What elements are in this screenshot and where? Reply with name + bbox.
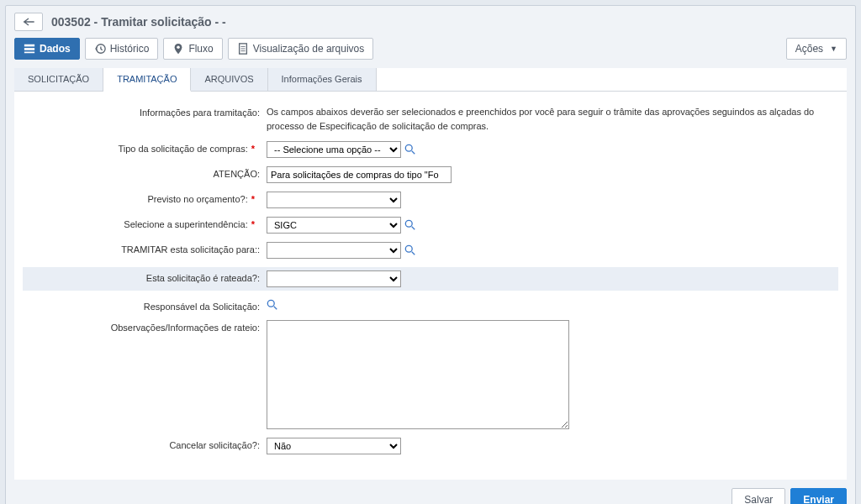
label-tramitar: TRAMITAR esta solicitação para:: xyxy=(31,242,267,255)
subtab-solicitacao[interactable]: SOLICITAÇÃO xyxy=(14,68,103,91)
search-icon xyxy=(267,299,278,311)
lookup-super[interactable] xyxy=(404,219,416,231)
svg-line-10 xyxy=(412,151,415,155)
svg-point-4 xyxy=(177,46,181,50)
row-obs: Observações/Informações de rateio: xyxy=(31,320,830,429)
tab-dados-label: Dados xyxy=(40,43,71,55)
list-icon xyxy=(24,43,35,55)
lookup-tipo[interactable] xyxy=(404,144,416,155)
subtab-info-gerais[interactable]: Informações Gerais xyxy=(268,68,377,91)
label-obs: Observações/Informações de rateio: xyxy=(31,320,267,333)
label-responsavel: Responsável da Solicitação: xyxy=(31,299,267,312)
svg-line-16 xyxy=(274,307,277,310)
page-title: 003502 - Tramitar solicitação - - xyxy=(51,15,226,29)
label-rateada: Esta solicitação é rateada?: xyxy=(31,270,267,283)
subtab-arquivos[interactable]: ARQUIVOS xyxy=(191,68,267,91)
select-tramitar[interactable] xyxy=(267,242,401,259)
lookup-responsavel[interactable] xyxy=(267,299,278,311)
tab-dados[interactable]: Dados xyxy=(14,38,80,60)
svg-point-9 xyxy=(405,144,412,151)
svg-rect-2 xyxy=(24,52,34,54)
back-button[interactable] xyxy=(14,13,43,31)
chevron-down-icon: ▼ xyxy=(830,45,837,53)
actions-bar: Salvar Enviar xyxy=(6,488,855,504)
acoes-label: Ações xyxy=(795,43,823,55)
form-area: Informações para tramitação: Os campos a… xyxy=(14,92,847,480)
svg-rect-0 xyxy=(24,45,34,47)
row-rateada: Esta solicitação é rateada?: xyxy=(23,267,838,291)
history-icon xyxy=(94,43,106,55)
lookup-tramitar[interactable] xyxy=(404,244,416,256)
search-icon xyxy=(404,219,416,231)
row-tipo: Tipo da solicitação de compras:* -- Sele… xyxy=(31,141,830,158)
svg-point-11 xyxy=(405,220,412,227)
svg-rect-1 xyxy=(24,48,34,50)
row-cancelar: Cancelar solicitação?: Não xyxy=(31,438,830,454)
main-window: 003502 - Tramitar solicitação - - Dados … xyxy=(5,5,856,504)
required-marker: * xyxy=(251,144,255,154)
search-icon xyxy=(404,144,416,155)
select-rateada[interactable] xyxy=(267,270,401,287)
label-tipo: Tipo da solicitação de compras: xyxy=(118,144,247,154)
acoes-dropdown[interactable]: Ações ▼ xyxy=(786,38,847,60)
textarea-obs[interactable] xyxy=(267,320,569,429)
label-super: Selecione a superintendência: xyxy=(124,219,247,229)
svg-point-15 xyxy=(267,300,274,307)
toolbar: Dados Histórico Fluxo Visualização de ar… xyxy=(6,38,855,68)
send-button[interactable]: Enviar xyxy=(790,488,847,504)
input-atencao[interactable] xyxy=(267,166,452,183)
content-panel: SOLICITAÇÃO TRAMITAÇÃO ARQUIVOS Informaç… xyxy=(14,68,847,480)
svg-line-12 xyxy=(412,227,415,230)
save-button[interactable]: Salvar xyxy=(732,488,785,504)
tab-historico[interactable]: Histórico xyxy=(85,38,159,60)
search-icon xyxy=(404,244,416,256)
label-cancelar: Cancelar solicitação?: xyxy=(31,438,267,450)
row-info: Informações para tramitação: Os campos a… xyxy=(31,105,830,133)
row-responsavel: Responsável da Solicitação: xyxy=(31,299,830,312)
row-previsto: Previsto no orçamento?:* xyxy=(31,192,830,208)
select-tipo[interactable]: -- Selecione uma opção -- xyxy=(267,141,401,158)
select-super[interactable]: SIGC xyxy=(267,217,401,234)
required-marker: * xyxy=(251,219,255,229)
sub-tabs: SOLICITAÇÃO TRAMITAÇÃO ARQUIVOS Informaç… xyxy=(14,68,847,92)
tab-visualizacao[interactable]: Visualização de arquivos xyxy=(228,38,374,60)
tab-historico-label: Histórico xyxy=(110,43,150,55)
select-previsto[interactable] xyxy=(267,192,401,208)
pin-icon xyxy=(172,43,184,55)
row-atencao: ATENÇÃO: xyxy=(31,166,830,183)
row-tramitar: TRAMITAR esta solicitação para:: xyxy=(31,242,830,259)
info-text: Os campos abaixos deverão ser selecionad… xyxy=(267,105,830,133)
tab-fluxo[interactable]: Fluxo xyxy=(163,38,222,60)
subtab-tramitacao[interactable]: TRAMITAÇÃO xyxy=(103,68,191,92)
titlebar: 003502 - Tramitar solicitação - - xyxy=(6,6,855,38)
row-super: Selecione a superintendência:* SIGC xyxy=(31,217,830,234)
svg-line-14 xyxy=(412,252,415,255)
tab-visualizacao-label: Visualização de arquivos xyxy=(253,43,365,55)
document-icon xyxy=(237,43,249,55)
svg-point-13 xyxy=(405,245,412,252)
select-cancelar[interactable]: Não xyxy=(267,438,401,454)
back-arrow-icon xyxy=(22,17,35,27)
required-marker: * xyxy=(251,194,255,204)
tab-fluxo-label: Fluxo xyxy=(188,43,213,55)
label-previsto: Previsto no orçamento?: xyxy=(147,194,247,204)
label-atencao: ATENÇÃO: xyxy=(31,166,267,179)
label-info: Informações para tramitação: xyxy=(31,105,267,118)
